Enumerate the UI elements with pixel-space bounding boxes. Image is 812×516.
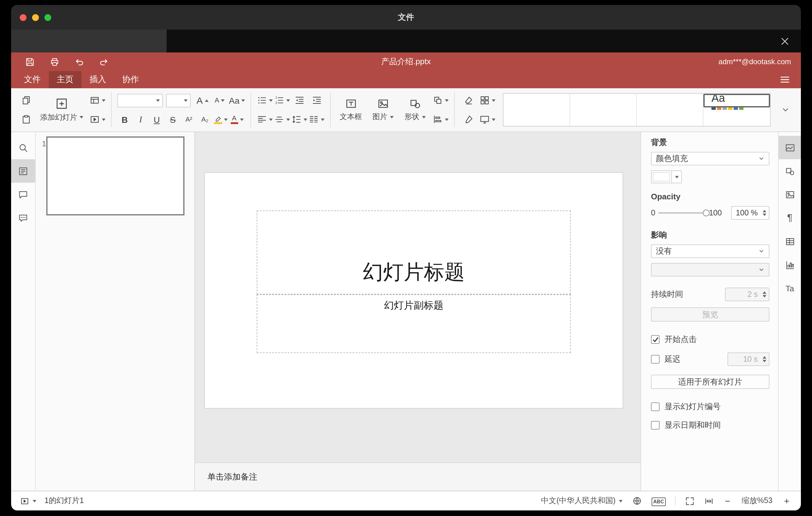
spin-up-icon[interactable] xyxy=(762,210,766,212)
increase-font-button[interactable]: A xyxy=(194,92,210,109)
close-icon[interactable] xyxy=(778,34,792,48)
copy-style-button[interactable] xyxy=(460,111,476,128)
show-slide-number-checkbox[interactable] xyxy=(651,402,660,411)
insert-textbox-button[interactable]: 文本框 xyxy=(336,91,365,129)
change-slide-layout-button[interactable] xyxy=(89,92,106,109)
opacity-slider[interactable] xyxy=(658,212,706,213)
subscript-button[interactable]: A₂ xyxy=(198,111,212,128)
spin-up-icon[interactable] xyxy=(762,356,766,359)
slide-canvas[interactable]: 幻灯片标题 幻灯片副标题 xyxy=(205,173,622,408)
chevron-down-icon xyxy=(269,118,273,121)
theme-thumbnail[interactable] xyxy=(503,94,570,126)
close-window-button[interactable] xyxy=(20,14,27,21)
columns-button[interactable] xyxy=(309,111,324,128)
tab-collaboration[interactable]: 协作 xyxy=(114,71,147,88)
insert-shape-button[interactable]: 形状 xyxy=(401,91,430,129)
horizontal-align-button[interactable] xyxy=(257,111,273,128)
decrease-font-button[interactable]: A xyxy=(212,92,228,109)
align-shape-button[interactable] xyxy=(433,111,448,128)
slide-settings-button[interactable] xyxy=(779,136,801,159)
spin-up-icon[interactable] xyxy=(762,291,766,294)
tab-insert[interactable]: 插入 xyxy=(82,71,114,88)
start-on-click-checkbox[interactable] xyxy=(651,335,660,344)
minimize-window-button[interactable] xyxy=(32,14,39,21)
undo-button[interactable] xyxy=(74,56,85,67)
copy-button[interactable] xyxy=(18,92,34,109)
theme-thumbnail[interactable] xyxy=(570,94,637,126)
language-selector[interactable]: 中文(中华人民共和国) xyxy=(541,496,622,506)
increase-indent-button[interactable] xyxy=(309,92,324,109)
insert-image-button[interactable]: 图片 xyxy=(368,91,397,129)
spin-down-icon[interactable] xyxy=(762,295,766,298)
numbered-list-button[interactable]: 12 xyxy=(274,92,290,109)
spin-down-icon[interactable] xyxy=(762,214,766,216)
fit-to-slide-button[interactable] xyxy=(685,496,695,506)
fill-color-select[interactable] xyxy=(651,170,682,183)
delay-checkbox[interactable] xyxy=(651,355,660,364)
image-settings-button[interactable] xyxy=(779,183,801,206)
fit-to-width-button[interactable] xyxy=(704,496,714,506)
comments-button[interactable] xyxy=(11,183,35,206)
slider-knob[interactable] xyxy=(703,209,709,216)
font-size-select[interactable] xyxy=(166,93,191,107)
duration-label: 持续时间 xyxy=(651,289,683,300)
italic-button[interactable]: I xyxy=(133,111,148,128)
theme-thumbnail-selected[interactable]: Aa xyxy=(703,94,770,107)
zoom-in-button[interactable]: + xyxy=(782,496,791,506)
notes-area[interactable]: 单击添加备注 xyxy=(195,462,640,491)
arrange-shape-button[interactable] xyxy=(433,92,448,109)
paragraph-settings-button[interactable]: ¶ xyxy=(779,206,801,230)
document-language-button[interactable] xyxy=(632,496,642,506)
feedback-button[interactable] xyxy=(11,206,35,230)
theme-gallery-expand-button[interactable] xyxy=(776,96,795,123)
slides-panel-button[interactable] xyxy=(11,159,35,183)
title-placeholder[interactable]: 幻灯片标题 xyxy=(257,210,571,294)
slide-thumbnail-1[interactable] xyxy=(46,136,184,216)
chart-settings-button[interactable] xyxy=(779,253,801,277)
fill-type-select[interactable]: 颜色填充 xyxy=(651,152,770,165)
redo-button[interactable] xyxy=(99,56,109,67)
decrease-indent-button[interactable] xyxy=(291,92,307,109)
save-button[interactable] xyxy=(25,56,35,67)
show-date-time-checkbox[interactable] xyxy=(651,421,660,430)
highlight-color-button[interactable] xyxy=(213,111,228,128)
hamburger-menu-icon[interactable] xyxy=(779,74,792,85)
print-button[interactable] xyxy=(49,56,60,67)
spell-check-button[interactable]: ABC xyxy=(651,496,666,505)
change-case-button[interactable]: Aa xyxy=(229,92,245,109)
subtitle-placeholder[interactable]: 幻灯片副标题 xyxy=(257,294,571,353)
underline-button[interactable]: U xyxy=(149,111,164,128)
font-color-button[interactable]: A xyxy=(230,111,244,128)
table-settings-button[interactable] xyxy=(779,230,801,253)
delay-spinner[interactable]: 10 s xyxy=(727,352,770,366)
zoom-window-button[interactable] xyxy=(45,14,51,21)
start-slideshow-status-button[interactable] xyxy=(20,496,36,506)
text-art-settings-button[interactable]: Ta xyxy=(779,277,801,300)
spin-down-icon[interactable] xyxy=(762,360,766,363)
apply-to-all-slides-button[interactable]: 适用于所有幻灯片 xyxy=(651,375,770,389)
effect-select[interactable]: 没有 xyxy=(651,245,770,258)
zoom-out-button[interactable]: − xyxy=(723,496,732,506)
slide-size-button[interactable] xyxy=(480,111,495,128)
opacity-spinner[interactable]: 100 % xyxy=(731,206,770,220)
search-button[interactable] xyxy=(11,136,35,159)
vertical-align-button[interactable] xyxy=(274,111,290,128)
start-slideshow-button[interactable] xyxy=(89,111,106,128)
font-name-select[interactable] xyxy=(117,93,163,107)
color-scheme-button[interactable] xyxy=(480,92,495,109)
line-spacing-button[interactable] xyxy=(291,111,307,128)
bullet-list-button[interactable] xyxy=(257,92,273,109)
duration-spinner[interactable]: 2 s xyxy=(725,288,770,301)
clear-style-button[interactable] xyxy=(460,92,476,109)
tab-home[interactable]: 主页 xyxy=(49,71,82,88)
add-slide-button[interactable]: 添加幻灯片 xyxy=(37,91,86,129)
tab-file[interactable]: 文件 xyxy=(16,71,49,88)
preview-button[interactable]: 预览 xyxy=(651,307,770,322)
bold-button[interactable]: B xyxy=(117,111,132,128)
paste-button[interactable] xyxy=(18,111,34,128)
superscript-button[interactable]: A² xyxy=(181,111,196,128)
strikethrough-button[interactable]: S xyxy=(165,111,180,128)
effect-option-select[interactable] xyxy=(651,263,770,277)
theme-thumbnail[interactable] xyxy=(637,94,703,126)
shape-settings-button[interactable] xyxy=(779,159,801,183)
